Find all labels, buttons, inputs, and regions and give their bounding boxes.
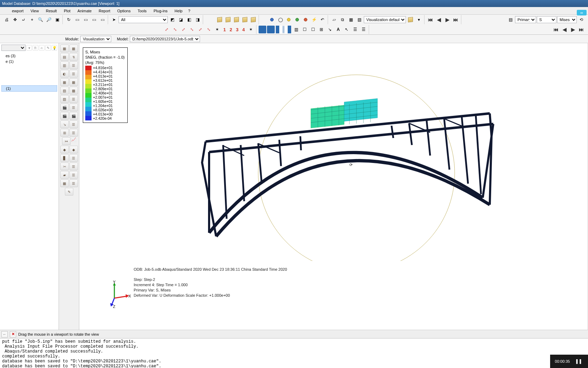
annotation-1-icon[interactable]: ☐ xyxy=(301,26,308,33)
render-5-icon[interactable] xyxy=(249,16,257,24)
view-4-icon[interactable]: ▭ xyxy=(99,16,106,24)
menu-item-plot[interactable]: Plot xyxy=(60,8,74,14)
field-output-icon[interactable]: ▤ xyxy=(507,16,514,24)
vtool-33-icon[interactable]: ▦ xyxy=(60,179,69,187)
render-cube-icon[interactable] xyxy=(407,16,414,24)
primary-combo[interactable]: Primary xyxy=(515,16,536,23)
vtool-23-icon[interactable]: ↦ xyxy=(62,137,71,145)
vtool-26-icon[interactable]: ◆ xyxy=(69,146,78,153)
vtool-13-icon[interactable]: ▧ xyxy=(60,95,69,103)
arrow-select-icon[interactable]: ↖ xyxy=(343,26,350,33)
vtool-24-icon[interactable]: 📈 xyxy=(71,137,76,145)
csys-5-icon[interactable]: ⤢ xyxy=(196,26,204,33)
tree-icon-4[interactable]: ✎ xyxy=(45,45,51,51)
filter-a-icon[interactable]: ◩ xyxy=(168,16,176,24)
viewport[interactable]: S, Mises SNEG, (fraction = -1.0) (Avg: 7… xyxy=(79,43,588,330)
vtool-25-icon[interactable]: ◆ xyxy=(60,146,69,153)
tree-icon-2[interactable]: ⎘ xyxy=(33,45,38,51)
menu-item-plugins[interactable]: Plug-ins xyxy=(150,8,171,14)
frame-first-icon[interactable]: ⏮ xyxy=(427,16,434,24)
s-combo[interactable]: S xyxy=(537,16,556,23)
vtool-7-icon[interactable]: ◐ xyxy=(60,70,69,78)
vtool-10-icon[interactable]: ▦ xyxy=(69,78,78,86)
undo-icon[interactable]: ↶ xyxy=(319,16,326,24)
menu-item-options[interactable]: Options xyxy=(114,8,134,14)
csys-6-icon[interactable]: ⤡ xyxy=(205,26,213,33)
menu-item-result[interactable]: Result xyxy=(42,8,60,14)
circles-1-icon[interactable]: ◯ xyxy=(276,16,284,24)
dot-orange-icon[interactable] xyxy=(302,16,309,24)
vtool-8-icon[interactable]: ☰ xyxy=(69,70,78,78)
zoom-in-icon[interactable]: 🔍 xyxy=(36,16,44,24)
vtool-14-icon[interactable]: ☰ xyxy=(69,95,78,103)
vtool-1-icon[interactable]: ▦ xyxy=(60,45,69,52)
view-3-icon[interactable]: ▭ xyxy=(90,16,98,24)
vtool-20-icon[interactable]: ☰ xyxy=(69,120,78,128)
context-help-icon[interactable]: ? xyxy=(186,8,192,14)
lightning-icon[interactable]: ⚡ xyxy=(310,16,318,24)
filter-c-icon[interactable]: ◧ xyxy=(185,16,193,24)
view-num-4[interactable]: 4 xyxy=(241,27,246,32)
dot-yellow-icon[interactable] xyxy=(285,16,293,24)
view-num-3[interactable]: 3 xyxy=(234,27,240,32)
anim-next-icon[interactable]: ▶ xyxy=(569,26,577,33)
tree-icon-3[interactable]: ⎌ xyxy=(39,45,45,51)
module-combo[interactable]: Visualization xyxy=(80,36,111,42)
filter-d-icon[interactable]: ◨ xyxy=(194,16,201,24)
menu-item-tools[interactable]: Tools xyxy=(134,8,150,14)
annotation-3-icon[interactable]: ⊞ xyxy=(318,26,325,33)
view-num-1[interactable]: 1 xyxy=(222,27,227,32)
vtool-11-icon[interactable]: ▨ xyxy=(60,87,69,94)
vtool-35-icon[interactable]: ✎ xyxy=(65,188,73,196)
csys-3-icon[interactable]: ⤢ xyxy=(180,26,187,33)
message-area[interactable]: put file "Job-5.inp" has been submitted … xyxy=(0,338,588,368)
plot-state-3-icon[interactable] xyxy=(275,26,283,33)
plot-state-5-icon[interactable]: ▥ xyxy=(292,26,300,33)
anim-prev-icon[interactable]: ◀ xyxy=(561,26,568,33)
vtool-16-icon[interactable]: ☰ xyxy=(69,104,78,111)
vtool-34-icon[interactable]: ☰ xyxy=(69,179,78,187)
plot-state-4-icon[interactable] xyxy=(284,26,292,33)
vtool-9-icon[interactable]: ▦ xyxy=(60,78,69,86)
csys-4-icon[interactable]: ⤡ xyxy=(188,26,196,33)
grid-icon[interactable]: ▦ xyxy=(347,16,355,24)
vtool-18-icon[interactable]: 🎬 xyxy=(69,112,78,120)
triad-2-icon[interactable]: ✶ xyxy=(247,26,255,33)
anim-first-icon[interactable]: ⏮ xyxy=(552,26,560,33)
vtool-12-icon[interactable]: ▩ xyxy=(69,87,78,94)
render-1-icon[interactable] xyxy=(216,16,223,24)
render-2-icon[interactable] xyxy=(224,16,232,24)
layers-icon[interactable]: ⧉ xyxy=(339,16,346,24)
rotate-icon[interactable]: ⤾ xyxy=(20,16,27,24)
fit-icon[interactable]: ▣ xyxy=(53,16,61,24)
tree-icon-1[interactable]: ▾ xyxy=(26,45,32,51)
vtool-19-icon[interactable]: ↘ xyxy=(60,120,69,128)
manager-2-icon[interactable]: ☰ xyxy=(360,26,367,33)
vtool-30-icon[interactable]: ☰ xyxy=(69,163,78,170)
vtool-22-icon[interactable]: ☰ xyxy=(69,129,78,137)
frame-next-icon[interactable]: ▶ xyxy=(443,16,451,24)
cycle-view-icon[interactable]: ↻ xyxy=(65,16,73,24)
dot-green-icon[interactable] xyxy=(293,16,301,24)
select-arrow-icon[interactable]: ➤ xyxy=(110,16,118,24)
prompt-back-icon[interactable]: ← xyxy=(1,331,8,337)
print-icon[interactable]: 🖨 xyxy=(3,16,11,24)
vtool-17-icon[interactable]: 🎬 xyxy=(60,112,69,120)
vtool-31-icon[interactable]: ▰ xyxy=(60,171,69,179)
manager-icon[interactable]: ☰ xyxy=(351,26,359,33)
vtool-21-icon[interactable]: ⊞ xyxy=(60,129,69,137)
pan-icon[interactable]: ✥ xyxy=(11,16,19,24)
plot-state-2-icon[interactable] xyxy=(267,26,275,33)
tree-node-selected[interactable]: (1) xyxy=(1,85,57,92)
info-icon[interactable] xyxy=(268,16,276,24)
model-combo[interactable]: D:/temp2020/20201223/1/Job-5.odb xyxy=(130,36,200,42)
text-a-icon[interactable]: A xyxy=(334,26,342,33)
vis-defaults-combo[interactable]: Visualization defaults xyxy=(364,16,406,23)
vtool-6-icon[interactable]: ☰ xyxy=(69,61,78,69)
zoom-box-icon[interactable]: ⌖ xyxy=(28,16,36,24)
csys-1-icon[interactable]: ⤢ xyxy=(163,26,171,33)
zoom-out-icon[interactable]: 🔎 xyxy=(45,16,53,24)
frame-last-icon[interactable]: ⏭ xyxy=(452,16,460,24)
vtool-27-icon[interactable]: ▊ xyxy=(60,154,69,162)
frame-prev-icon[interactable]: ◀ xyxy=(435,16,443,24)
